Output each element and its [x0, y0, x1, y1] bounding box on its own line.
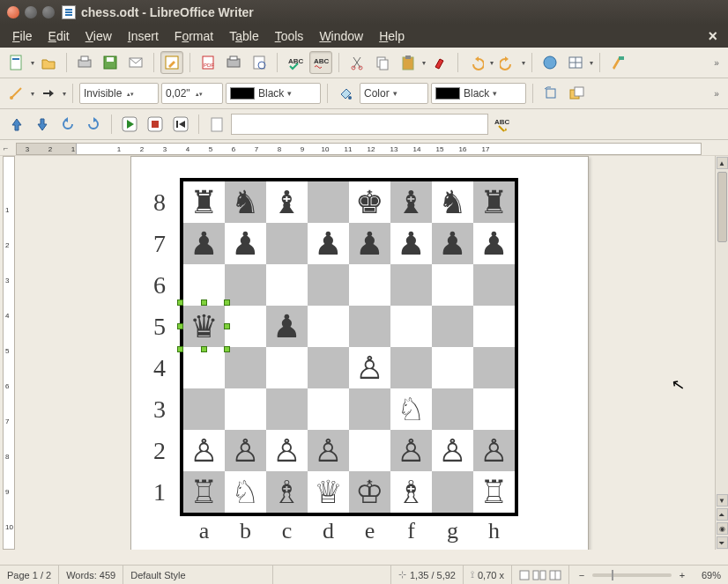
view-layout-buttons[interactable] [512, 566, 569, 584]
export-pdf-button[interactable]: PDF [197, 51, 219, 74]
nav-circle-button[interactable]: ◉ [717, 522, 728, 535]
open-button[interactable] [37, 51, 60, 74]
undo-nav-button[interactable] [56, 113, 79, 136]
auto-spellcheck-button[interactable]: ABC [309, 51, 332, 74]
toolbar-overflow-icon[interactable]: » [710, 58, 723, 68]
menu-format[interactable]: Format [167, 27, 220, 45]
table-button[interactable] [564, 51, 587, 74]
edit-mode-button[interactable] [160, 51, 183, 74]
copy-button[interactable] [371, 51, 394, 74]
next-page-button[interactable]: ⏷ [717, 536, 728, 549]
menu-insert[interactable]: Insert [121, 27, 166, 45]
menu-window[interactable]: Window [312, 27, 370, 45]
redo-button[interactable] [496, 51, 519, 74]
scroll-thumb[interactable] [717, 172, 727, 242]
status-page[interactable]: Page 1 / 2 [0, 566, 59, 584]
window-close-button[interactable] [7, 6, 19, 18]
v-ruler-tick: 1 [5, 206, 9, 214]
chess-square: ♝ [390, 181, 432, 223]
document-canvas[interactable]: 87654321 ♜♞♝♚♝♞♜♟♟♟♟♟♟♟♛♟♙♘♙♙♙♙♙♙♙♖♘♗♕♔♗… [16, 156, 728, 550]
menu-edit[interactable]: Edit [41, 27, 77, 45]
find-input[interactable] [231, 114, 488, 135]
menu-help[interactable]: Help [372, 27, 412, 45]
menu-table[interactable]: Table [222, 27, 265, 45]
chess-square [349, 388, 390, 430]
scroll-down-button[interactable]: ▼ [717, 494, 728, 506]
arrow-up-button[interactable] [5, 113, 28, 136]
status-coord: 1,35 / 5,92 [410, 570, 456, 580]
chess-square: ♜ [183, 181, 225, 223]
fill-mode-combo[interactable]: Color ▾ [360, 83, 428, 104]
email-button[interactable] [124, 51, 147, 74]
line-width-combo[interactable]: 0,02" ▴▾ [161, 83, 223, 104]
cut-button[interactable] [345, 51, 368, 74]
status-size: 0,70 x [478, 570, 504, 580]
zoom-percent[interactable]: 69% [695, 566, 728, 584]
new-doc-button[interactable] [5, 51, 28, 74]
chess-square [473, 306, 515, 347]
scroll-up-button[interactable]: ▲ [717, 157, 728, 169]
status-style[interactable]: Default Style [123, 566, 273, 584]
vertical-ruler[interactable]: 12345678910 [3, 156, 15, 550]
line-style-combo[interactable]: Invisible ▴▾ [79, 83, 159, 104]
macro-rewind-button[interactable] [169, 113, 192, 136]
hyperlink-button[interactable] [539, 51, 561, 74]
zoom-slider[interactable] [592, 573, 672, 577]
chess-square [390, 264, 432, 306]
svg-rect-3 [81, 56, 88, 61]
find-replace-icon[interactable]: ABC [491, 113, 514, 136]
fill-color-value: Black [464, 87, 489, 100]
v-ruler-tick: 3 [5, 277, 9, 285]
window-titlebar: chess.odt - LibreOffice Writer [0, 0, 728, 25]
window-minimize-button[interactable] [25, 6, 37, 18]
toolbar2-overflow-icon[interactable]: » [710, 89, 723, 99]
chess-square: ♟ [390, 223, 432, 264]
chess-square: ♟ [349, 223, 390, 264]
prev-page-button[interactable]: ⏶ [717, 508, 728, 521]
window-maximize-button[interactable] [42, 6, 55, 18]
arrow-style-button[interactable] [37, 82, 60, 105]
macro-play-button[interactable] [118, 113, 141, 136]
fill-color-combo[interactable]: Black ▾ [431, 83, 526, 104]
line-color-combo[interactable]: Black ▾ [226, 83, 321, 104]
vertical-scrollbar[interactable]: ▲ ▼ ⏶ ◉ ⏷ [715, 156, 728, 550]
h-ruler-tick: 10 [322, 145, 330, 153]
save-button[interactable] [99, 51, 122, 74]
page-preview-button[interactable] [248, 51, 271, 74]
format-paintbrush-button[interactable] [428, 51, 451, 74]
paste-button[interactable] [397, 51, 420, 74]
menu-file[interactable]: File [5, 27, 40, 45]
chess-square: ♘ [390, 388, 432, 430]
macro-stop-button[interactable] [144, 113, 167, 136]
new-page-button[interactable] [205, 113, 228, 136]
print-preview-button[interactable] [222, 51, 245, 74]
bring-to-front-button[interactable] [565, 82, 588, 105]
chess-square [432, 264, 473, 306]
redo-nav-button[interactable] [82, 113, 105, 136]
status-words[interactable]: Words: 459 [59, 566, 123, 584]
line-endings-button[interactable] [5, 82, 28, 105]
zoom-control[interactable]: − + [569, 566, 695, 584]
nav-toolbar: ABC [0, 109, 728, 140]
chess-square: ♙ [349, 347, 390, 388]
v-ruler-tick: 4 [5, 312, 9, 320]
undo-button[interactable] [464, 51, 487, 74]
show-draw-functions-button[interactable] [606, 51, 629, 74]
h-ruler-tick: 3 [26, 145, 29, 153]
document-close-button[interactable]: × [702, 26, 723, 48]
v-ruler-tick: 9 [5, 488, 9, 496]
h-ruler-tick: 9 [301, 145, 304, 153]
fill-bucket-icon[interactable] [334, 82, 357, 105]
chess-square [349, 306, 390, 347]
chessboard-object[interactable]: 87654321 ♜♞♝♚♝♞♜♟♟♟♟♟♟♟♛♟♙♘♙♙♙♙♙♙♙♖♘♗♕♔♗… [180, 178, 518, 516]
spellcheck-button[interactable]: ABC [284, 51, 307, 74]
menu-view[interactable]: View [78, 27, 119, 45]
h-ruler-tick: 5 [209, 145, 212, 153]
svg-text:PDF: PDF [204, 63, 214, 68]
horizontal-ruler[interactable]: 3211234567891011121314151617 [16, 140, 728, 155]
print-button[interactable] [73, 51, 96, 74]
chess-square [390, 306, 432, 347]
menu-tools[interactable]: Tools [268, 27, 311, 45]
arrow-down-button[interactable] [31, 113, 54, 136]
rotate-button[interactable] [539, 82, 562, 105]
